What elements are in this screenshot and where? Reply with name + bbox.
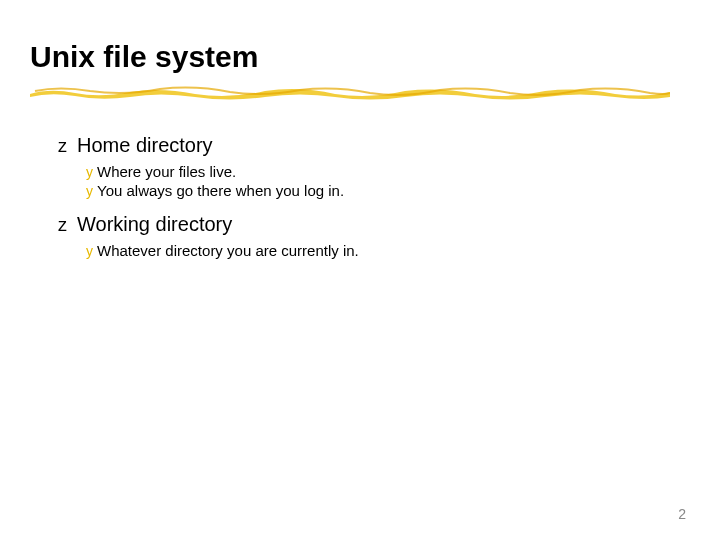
page-title: Unix file system (30, 40, 690, 74)
bullet-level1-icon: z (58, 136, 67, 157)
bullet-level2-icon: y (86, 243, 93, 259)
list-item-text: Where your files live. (97, 163, 236, 180)
bullet-level2-icon: y (86, 183, 93, 199)
list-item-heading: Working directory (77, 213, 232, 236)
sub-list: y Whatever directory you are currently i… (86, 242, 690, 259)
list-item: y Where your files live. (86, 163, 690, 180)
sub-list: y Where your files live. y You always go… (86, 163, 690, 199)
bullet-level1-icon: z (58, 215, 67, 236)
list-item-text: You always go there when you log in. (97, 182, 344, 199)
slide: Unix file system z Home directory y Wher… (0, 0, 720, 540)
list-item: z Home directory (58, 134, 690, 157)
list-item: y You always go there when you log in. (86, 182, 690, 199)
bullet-level2-icon: y (86, 164, 93, 180)
list-item-text: Whatever directory you are currently in. (97, 242, 359, 259)
list-item: z Working directory (58, 213, 690, 236)
title-underline-decoration (30, 82, 670, 102)
page-number: 2 (678, 506, 686, 522)
list-item: y Whatever directory you are currently i… (86, 242, 690, 259)
content-area: z Home directory y Where your files live… (58, 134, 690, 259)
list-item-heading: Home directory (77, 134, 213, 157)
